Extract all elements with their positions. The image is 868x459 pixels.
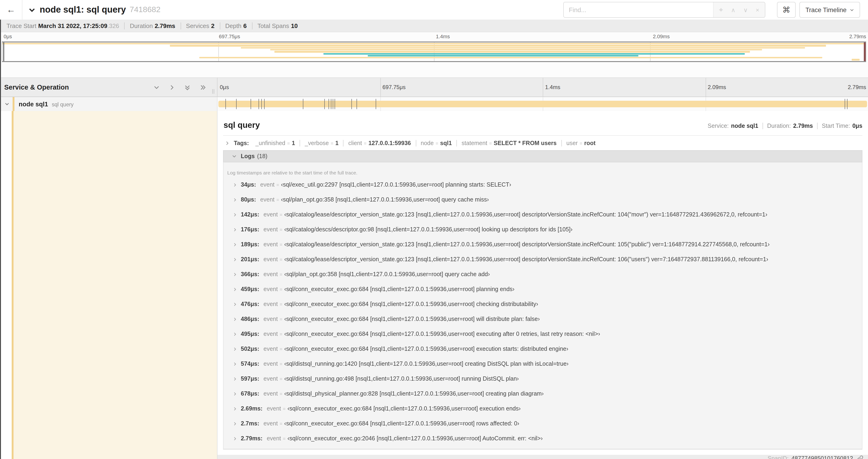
service-operation-header: Service & Operation bbox=[0, 78, 217, 97]
deep-link-icon[interactable] bbox=[857, 455, 863, 459]
chevron-right-icon[interactable] bbox=[233, 347, 237, 351]
log-entry[interactable]: 189μs: event = ‹sql/catalog/lease/descri… bbox=[223, 237, 862, 252]
log-entry[interactable]: 2.79ms: event = ‹sql/conn_executor_exec.… bbox=[223, 431, 862, 446]
span-duration-bar[interactable] bbox=[218, 101, 867, 107]
back-button[interactable]: ← bbox=[0, 0, 22, 20]
log-tick-mark bbox=[324, 99, 325, 109]
log-field-key: event bbox=[264, 390, 278, 397]
keyboard-shortcuts-button[interactable]: ⌘ bbox=[777, 2, 796, 18]
log-field-value: ‹sql/conn_executor_exec.go:2046 [nsql1,c… bbox=[287, 435, 543, 442]
collapse-all-icon[interactable] bbox=[184, 84, 190, 90]
meta-label: Total Spans bbox=[257, 22, 289, 29]
span-row-timeline-cell[interactable] bbox=[217, 97, 868, 111]
minimap-canvas[interactable] bbox=[2, 41, 866, 62]
logs-header[interactable]: Logs (18) bbox=[223, 150, 862, 162]
find-next-icon[interactable]: ∨ bbox=[743, 6, 748, 13]
log-tick-mark bbox=[847, 99, 847, 109]
minimap-right-scrubber[interactable] bbox=[864, 42, 866, 61]
equals-sign: = bbox=[436, 141, 438, 146]
chevron-right-icon[interactable] bbox=[233, 317, 237, 321]
log-tick-mark bbox=[376, 99, 376, 109]
log-field-key: event bbox=[260, 196, 274, 203]
log-entry[interactable]: 366μs: event = ‹sql/plan_opt.go:358 [nsq… bbox=[223, 267, 862, 282]
log-entry[interactable]: 574μs: event = ‹sql/distsql_running.go:1… bbox=[223, 356, 862, 371]
chevron-right-icon[interactable] bbox=[233, 227, 237, 232]
chevron-right-icon[interactable] bbox=[233, 257, 237, 261]
tag-key: node bbox=[421, 140, 434, 147]
tags-accordion[interactable]: Tags: _unfinished=1 _verbose=1 client=12… bbox=[225, 139, 862, 147]
find-input[interactable] bbox=[564, 2, 713, 17]
equals-sign: = bbox=[277, 182, 279, 187]
log-entry[interactable]: 34μs: event = ‹sql/exec_util.go:2297 [ns… bbox=[223, 177, 862, 192]
log-entry[interactable]: 80μs: event = ‹sql/plan_opt.go:358 [nsql… bbox=[223, 192, 862, 207]
column-resizer-grip[interactable] bbox=[212, 89, 214, 94]
log-entry[interactable]: 597μs: event = ‹sql/distsql_running.go:4… bbox=[223, 371, 862, 386]
log-tick-mark bbox=[261, 99, 262, 109]
chevron-right-icon[interactable] bbox=[233, 198, 237, 202]
chevron-right-icon[interactable] bbox=[233, 392, 237, 396]
equals-sign: = bbox=[489, 141, 492, 146]
log-entry[interactable]: 176μs: event = ‹sql/catalog/descs/descri… bbox=[223, 222, 862, 237]
log-field-key: event bbox=[267, 435, 281, 442]
log-field-key: event bbox=[264, 361, 278, 367]
tag-item: statement=SELECT * FROM users bbox=[456, 140, 561, 147]
chevron-right-icon[interactable] bbox=[233, 212, 237, 217]
log-entry[interactable]: 142μs: event = ‹sql/catalog/lease/descri… bbox=[223, 207, 862, 222]
chevron-right-icon[interactable] bbox=[233, 332, 237, 336]
log-entry[interactable]: 201μs: event = ‹sql/catalog/lease/descri… bbox=[223, 252, 862, 267]
log-tick-mark bbox=[357, 99, 357, 109]
chevron-right-icon[interactable] bbox=[233, 406, 237, 411]
log-entry[interactable]: 459μs: event = ‹sql/conn_executor_exec.g… bbox=[223, 282, 862, 297]
trace-view-selector[interactable]: Trace Timeline bbox=[799, 2, 860, 18]
log-entry[interactable]: 495μs: event = ‹sql/conn_executor_exec.g… bbox=[223, 327, 862, 341]
log-entry[interactable]: 2.69ms: event = ‹sql/conn_executor_exec.… bbox=[223, 401, 862, 416]
log-field-value: ‹sql/conn_executor_exec.go:684 [nsql1,cl… bbox=[284, 331, 600, 337]
log-field-key: event bbox=[264, 226, 278, 233]
overview-label: Duration: bbox=[767, 123, 791, 129]
trace-collapse-chevron-icon[interactable] bbox=[28, 6, 35, 13]
chevron-right-icon[interactable] bbox=[233, 377, 237, 381]
log-field-key: event bbox=[264, 346, 278, 352]
chevron-right-icon[interactable] bbox=[225, 141, 229, 146]
collapse-one-icon[interactable] bbox=[154, 84, 160, 90]
chevron-right-icon[interactable] bbox=[233, 242, 237, 247]
chevron-right-icon[interactable] bbox=[233, 362, 237, 366]
logs-footnote: Log timestamps are relative to the start… bbox=[223, 166, 862, 177]
chevron-right-icon[interactable] bbox=[233, 302, 237, 306]
ruler-tick-100: 2.79ms bbox=[848, 84, 866, 91]
minimap-span-bar bbox=[270, 49, 762, 51]
ruler-tick-25: 697.75μs bbox=[380, 84, 406, 91]
expand-one-icon[interactable] bbox=[169, 84, 175, 90]
expand-all-icon[interactable] bbox=[200, 84, 206, 90]
chevron-right-icon[interactable] bbox=[233, 287, 237, 291]
tag-key: statement bbox=[462, 140, 487, 147]
minimap-left-scrubber[interactable] bbox=[3, 42, 4, 61]
meta-value: 2.79ms bbox=[155, 22, 175, 29]
tag-value: 1 bbox=[335, 140, 339, 147]
chevron-right-icon[interactable] bbox=[233, 436, 237, 440]
equals-sign: = bbox=[280, 346, 282, 352]
span-row-name-cell[interactable]: node sql1 sql query bbox=[0, 97, 217, 111]
find-prev-icon[interactable]: ∧ bbox=[731, 6, 736, 13]
minimap-span-bar bbox=[852, 59, 860, 61]
log-timestamp: 2.7ms: bbox=[241, 420, 259, 427]
locate-icon[interactable]: ⌖ bbox=[719, 6, 723, 14]
chevron-right-icon[interactable] bbox=[233, 183, 237, 187]
log-tick-mark bbox=[265, 99, 265, 109]
tag-item: node=sql1 bbox=[415, 140, 456, 147]
log-entry[interactable]: 502μs: event = ‹sql/conn_executor_exec.g… bbox=[223, 341, 862, 356]
chevron-right-icon[interactable] bbox=[233, 272, 237, 276]
log-tick-mark bbox=[329, 99, 329, 109]
log-entry[interactable]: 2.7ms: event = ‹sql/conn_executor_exec.g… bbox=[223, 416, 862, 431]
log-field-key: event bbox=[264, 301, 278, 307]
log-entry[interactable]: 476μs: event = ‹sql/conn_executor_exec.g… bbox=[223, 297, 862, 312]
log-entry[interactable]: 678μs: event = ‹sql/distsql_physical_pla… bbox=[223, 386, 862, 401]
meta-item: Services2 bbox=[180, 22, 220, 29]
log-timestamp: 597μs: bbox=[241, 375, 259, 382]
chevron-right-icon[interactable] bbox=[233, 421, 237, 426]
find-clear-icon[interactable]: × bbox=[756, 6, 759, 13]
span-collapse-chevron-icon[interactable] bbox=[5, 102, 9, 106]
log-timestamp: 459μs: bbox=[241, 286, 259, 292]
log-entry[interactable]: 486μs: event = ‹sql/conn_executor_exec.g… bbox=[223, 312, 862, 327]
trace-view-label: Trace Timeline bbox=[805, 6, 846, 13]
